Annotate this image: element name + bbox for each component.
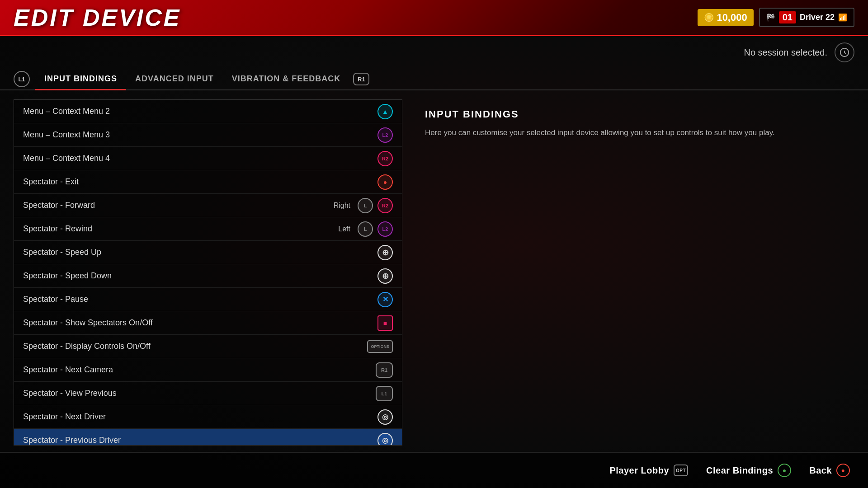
header-right: 🪙 10,000 🏁 01 Driver 22 📶: [698, 8, 854, 27]
btn-circle: ●: [377, 174, 393, 190]
btn-l2: L2: [377, 127, 393, 143]
info-title: INPUT BINDINGS: [425, 108, 845, 120]
binding-row-context-menu-3[interactable]: Menu – Context Menu 3 L2: [14, 123, 402, 147]
binding-keys: Right L R2: [334, 198, 393, 213]
main-content: Menu – Context Menu 2 ▲ Menu – Context M…: [0, 90, 868, 455]
coin-icon: 🪙: [704, 13, 714, 23]
btn-r1: R1: [376, 362, 393, 378]
driver-number: 01: [779, 11, 796, 23]
btn-rstick-nd: ◎: [377, 409, 393, 425]
back-icon: ●: [836, 464, 850, 477]
binding-row-spectator-prevdriver[interactable]: Spectator - Previous Driver ◎: [14, 429, 402, 446]
binding-keys: ◎: [377, 433, 393, 446]
back-action[interactable]: Back ●: [809, 464, 850, 477]
binding-keys: R1: [376, 362, 393, 378]
btn-rstick-pd: ◎: [377, 433, 393, 446]
binding-keys: ●: [377, 174, 393, 190]
header: EDIT DEVICE 🪙 10,000 🏁 01 Driver 22 📶: [0, 0, 868, 36]
binding-row-spectator-nextdriver[interactable]: Spectator - Next Driver ◎: [14, 405, 402, 429]
binding-keys: ⊕: [377, 245, 393, 260]
btn-r2: R2: [377, 151, 393, 166]
binding-row-spectator-speedup[interactable]: Spectator - Speed Up ⊕: [14, 241, 402, 264]
coins-badge: 🪙 10,000: [698, 9, 753, 26]
binding-row-spectator-forward[interactable]: Spectator - Forward Right L R2: [14, 194, 402, 217]
binding-keys: Left L L2: [338, 221, 393, 237]
binding-keys: ▲: [377, 104, 393, 119]
clear-bindings-icon: ●: [778, 464, 791, 477]
binding-row-spectator-speeddown[interactable]: Spectator - Speed Down ⊕: [14, 264, 402, 288]
player-lobby-label: Player Lobby: [609, 465, 669, 476]
info-description: Here you can customise your selected inp…: [425, 127, 845, 139]
binding-keys: ◎: [377, 409, 393, 425]
binding-row-context-menu-2[interactable]: Menu – Context Menu 2 ▲: [14, 100, 402, 123]
options-icon-lobby: OPT: [674, 465, 688, 476]
btn-dpad-up: ⊕: [377, 245, 393, 260]
tab-advanced-input[interactable]: ADVANCED INPUT: [126, 69, 223, 90]
tab-vibration-feedback[interactable]: VIBRATION & FEEDBACK: [223, 69, 350, 90]
flag-icon: 🏁: [766, 13, 775, 22]
binding-keys: ⊕: [377, 268, 393, 284]
btn-lstick-rw: L: [358, 221, 373, 237]
btn-cross: ✕: [377, 292, 393, 307]
binding-row-spectator-rewind[interactable]: Spectator - Rewind Left L L2: [14, 217, 402, 241]
info-panel: INPUT BINDINGS Here you can customise yo…: [416, 99, 854, 446]
page-title: EDIT DEVICE: [14, 4, 181, 31]
clear-bindings-action[interactable]: Clear Bindings ●: [706, 464, 791, 477]
btn-square: ■: [377, 315, 393, 331]
tab-input-bindings[interactable]: INPUT BINDINGS: [35, 69, 126, 90]
binding-keys: L1: [376, 386, 393, 401]
btn-triangle: ▲: [377, 104, 393, 119]
binding-keys: ■: [377, 315, 393, 331]
binding-row-spectator-exit[interactable]: Spectator - Exit ●: [14, 170, 402, 194]
binding-keys: ✕: [377, 292, 393, 307]
binding-keys: OPTIONS: [367, 340, 393, 353]
player-lobby-action[interactable]: Player Lobby OPT: [609, 465, 688, 476]
binding-keys: R2: [377, 151, 393, 166]
back-label: Back: [809, 465, 832, 476]
tab-l1-icon: L1: [14, 71, 30, 87]
binding-row-context-menu-4[interactable]: Menu – Context Menu 4 R2: [14, 147, 402, 170]
coins-value: 10,000: [717, 12, 747, 23]
tab-bar: L1 INPUT BINDINGS ADVANCED INPUT VIBRATI…: [0, 69, 868, 90]
btn-l2-rw: L2: [377, 221, 393, 237]
signal-icon: 📶: [838, 13, 847, 22]
tab-r1-icon: R1: [353, 73, 369, 85]
session-icon: [835, 42, 854, 62]
binding-keys: L2: [377, 127, 393, 143]
binding-row-spectator-nextcam[interactable]: Spectator - Next Camera R1: [14, 358, 402, 382]
btn-r2-fwd: R2: [377, 198, 393, 213]
driver-badge: 🏁 01 Driver 22 📶: [759, 8, 854, 27]
binding-row-spectator-display[interactable]: Spectator - Display Controls On/Off OPTI…: [14, 335, 402, 358]
binding-row-spectator-pause[interactable]: Spectator - Pause ✕: [14, 288, 402, 311]
clear-bindings-label: Clear Bindings: [706, 465, 773, 476]
bindings-panel: Menu – Context Menu 2 ▲ Menu – Context M…: [14, 99, 402, 446]
binding-row-spectator-viewprev[interactable]: Spectator - View Previous L1: [14, 382, 402, 405]
bottom-bar: Player Lobby OPT Clear Bindings ● Back ●: [0, 452, 868, 488]
btn-lstick: L: [358, 198, 373, 213]
session-text: No session selected.: [744, 47, 827, 58]
session-bar: No session selected.: [0, 36, 868, 69]
btn-dpad-down: ⊕: [377, 268, 393, 284]
binding-row-spectator-show[interactable]: Spectator - Show Spectators On/Off ■: [14, 311, 402, 335]
driver-name: Driver 22: [800, 13, 835, 22]
btn-l1: L1: [376, 386, 393, 401]
btn-options: OPTIONS: [367, 340, 393, 353]
